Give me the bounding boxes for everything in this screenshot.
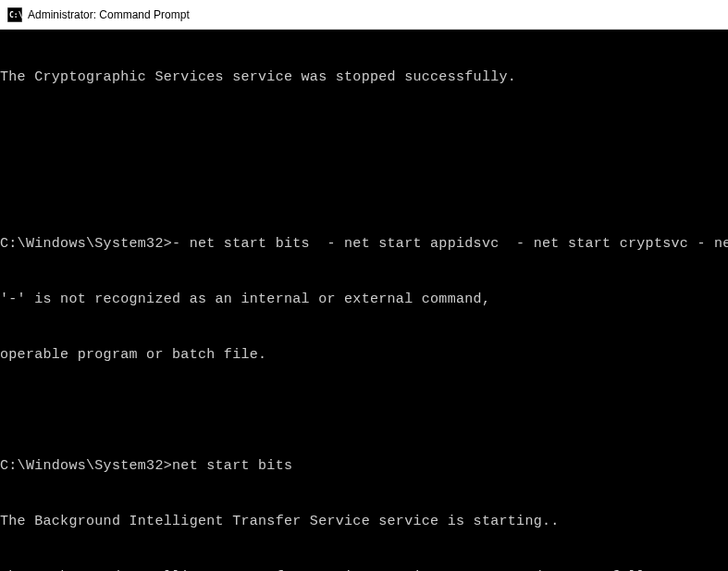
terminal-line xyxy=(0,180,728,198)
terminal-line: C:\Windows\System32>- net start bits - n… xyxy=(0,235,728,254)
cmd-icon: C:\ xyxy=(7,7,22,22)
terminal-line: C:\Windows\System32>net start bits xyxy=(0,457,728,476)
title-bar[interactable]: C:\ Administrator: Command Prompt xyxy=(0,0,728,30)
terminal-line: The Cryptographic Services service was s… xyxy=(0,68,728,87)
terminal-line: The Background Intelligent Transfer Serv… xyxy=(0,513,728,531)
terminal-line: '-' is not recognized as an internal or … xyxy=(0,291,728,309)
svg-text:C:\: C:\ xyxy=(9,11,22,19)
terminal-output[interactable]: The Cryptographic Services service was s… xyxy=(0,30,728,571)
terminal-line xyxy=(0,124,728,143)
terminal-line xyxy=(0,402,728,420)
terminal-line: operable program or batch file. xyxy=(0,346,728,365)
window-title: Administrator: Command Prompt xyxy=(28,8,190,21)
